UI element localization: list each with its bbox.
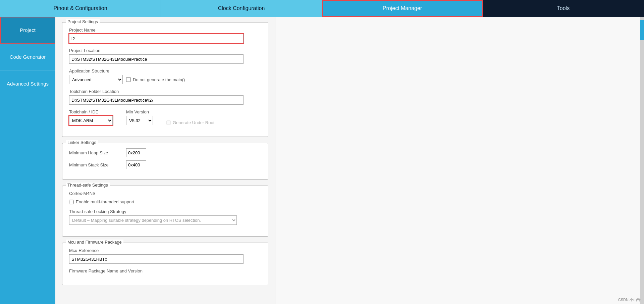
enable-multi-thread-text: Enable multi-threaded support xyxy=(76,199,134,204)
generate-root-checkbox xyxy=(166,120,171,125)
min-heap-input[interactable] xyxy=(126,148,146,157)
firmware-package-label: Firmware Package Name and Version xyxy=(69,268,261,273)
project-location-input[interactable] xyxy=(69,54,244,64)
enable-multi-thread-checkbox[interactable] xyxy=(69,200,74,204)
min-version-select[interactable]: V5.32 V5.30 xyxy=(126,116,153,125)
toolchain-ide-group: Toolchain / IDE MDK-ARM STM32CubeIDE Mak… xyxy=(69,109,261,125)
linker-settings-section: Linker Settings Minimum Heap Size Minimu… xyxy=(62,143,268,180)
enable-multi-thread-group: Enable multi-threaded support xyxy=(69,199,261,204)
sidebar-spacer xyxy=(0,97,55,304)
toolchain-ide-label: Toolchain / IDE xyxy=(69,109,113,114)
do-not-generate-group[interactable]: Do not generate the main() xyxy=(126,77,185,82)
sidebar-item-advanced-settings[interactable]: Advanced Settings xyxy=(0,70,55,97)
thread-safe-section: Thread-safe Settings Cortex-M4NS Enable … xyxy=(62,186,268,237)
min-heap-label: Minimum Heap Size xyxy=(69,150,123,155)
app-structure-label: Application Structure xyxy=(69,68,261,73)
locking-strategy-label: Thread-safe Locking Strategy xyxy=(69,209,261,214)
min-version-label: Min Version xyxy=(126,109,153,114)
toolchain-row: Toolchain / IDE MDK-ARM STM32CubeIDE Mak… xyxy=(69,109,261,125)
watermark: CSDN 小山野 xyxy=(618,297,641,302)
mcu-ref-group: Mcu Reference xyxy=(69,248,261,264)
locking-strategy-select[interactable]: Default – Mapping suitable strategy depe… xyxy=(69,215,237,225)
vertical-scrollbar[interactable] xyxy=(640,17,644,304)
mcu-firmware-section: Mcu and Firmware Package Mcu Reference F… xyxy=(62,243,268,285)
project-settings-section: Project Settings Project Name Project Lo… xyxy=(62,22,268,137)
app-structure-group: Application Structure Advanced Basic Do … xyxy=(69,68,261,84)
tab-pinout[interactable]: Pinout & Configuration xyxy=(0,0,161,17)
cortex-label: Cortex-M4NS xyxy=(69,191,261,196)
main-layout: Project Code Generator Advanced Settings… xyxy=(0,17,644,304)
min-version-subgroup: Min Version V5.32 V5.30 xyxy=(126,109,153,125)
min-stack-label: Minimum Stack Size xyxy=(69,162,123,167)
do-not-generate-checkbox[interactable] xyxy=(126,77,131,82)
enable-multi-thread-label[interactable]: Enable multi-threaded support xyxy=(69,199,261,204)
toolchain-folder-group: Toolchain Folder Location xyxy=(69,89,261,105)
content-area: Project Settings Project Name Project Lo… xyxy=(55,17,275,304)
mcu-firmware-title: Mcu and Firmware Package xyxy=(66,240,123,245)
app-structure-select[interactable]: Advanced Basic xyxy=(69,75,123,84)
generate-root-group: Generate Under Root xyxy=(166,120,214,125)
toolchain-ide-subgroup: Toolchain / IDE MDK-ARM STM32CubeIDE Mak… xyxy=(69,109,113,125)
project-name-input[interactable] xyxy=(69,34,244,43)
thread-safe-title: Thread-safe Settings xyxy=(66,183,110,188)
locking-strategy-group: Thread-safe Locking Strategy Default – M… xyxy=(69,209,261,225)
tab-tools[interactable]: Tools xyxy=(483,0,644,17)
toolchain-folder-label: Toolchain Folder Location xyxy=(69,89,261,94)
min-stack-row: Minimum Stack Size xyxy=(69,160,261,169)
tab-clock[interactable]: Clock Configuration xyxy=(161,0,322,17)
sidebar-item-project[interactable]: Project xyxy=(0,17,55,44)
linker-settings-title: Linker Settings xyxy=(66,140,98,145)
app-structure-row: Advanced Basic Do not generate the main(… xyxy=(69,75,261,84)
mcu-ref-label: Mcu Reference xyxy=(69,248,261,253)
min-stack-input[interactable] xyxy=(126,160,146,169)
project-location-label: Project Location xyxy=(69,48,261,53)
project-name-label: Project Name xyxy=(69,28,261,33)
do-not-generate-label: Do not generate the main() xyxy=(133,77,185,82)
min-heap-row: Minimum Heap Size xyxy=(69,148,261,157)
project-location-group: Project Location xyxy=(69,48,261,64)
project-settings-title: Project Settings xyxy=(66,19,100,24)
top-navigation: Pinout & Configuration Clock Configurati… xyxy=(0,0,644,17)
scrollbar-thumb[interactable] xyxy=(640,20,644,40)
generate-root-label: Generate Under Root xyxy=(173,120,214,125)
sidebar-item-code-generator[interactable]: Code Generator xyxy=(0,44,55,70)
toolchain-folder-input[interactable] xyxy=(69,95,244,105)
firmware-package-group: Firmware Package Name and Version xyxy=(69,268,261,273)
right-panel xyxy=(275,17,644,304)
sidebar: Project Code Generator Advanced Settings xyxy=(0,17,55,304)
toolchain-ide-select[interactable]: MDK-ARM STM32CubeIDE Makefile xyxy=(69,116,113,125)
toolchain-ide-inputs: MDK-ARM STM32CubeIDE Makefile xyxy=(69,116,113,125)
tab-project-manager[interactable]: Project Manager xyxy=(322,0,483,17)
mcu-ref-input[interactable] xyxy=(69,254,244,264)
project-name-group: Project Name xyxy=(69,28,261,43)
